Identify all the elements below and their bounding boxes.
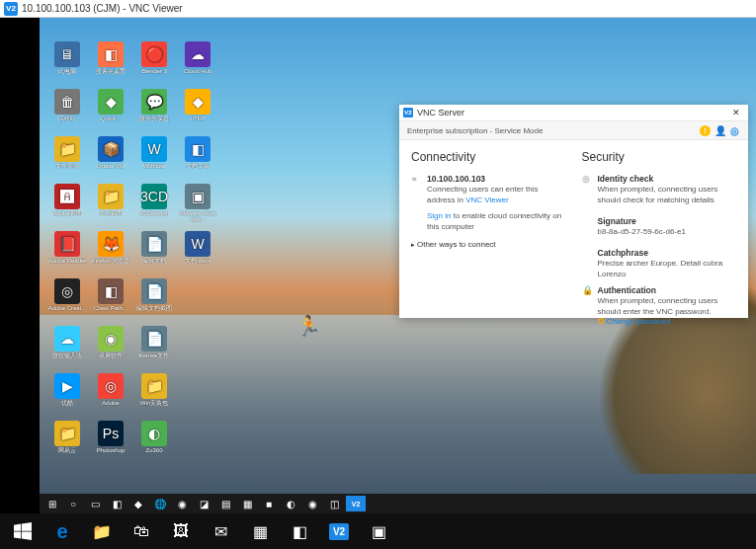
desktop-icon-image: ◧ xyxy=(185,136,210,162)
other-ways-expander[interactable]: Other ways to connect xyxy=(411,240,496,249)
host-taskbar-mail[interactable]: ✉ xyxy=(202,515,239,547)
desktop-icon-label: 搜索在桌面 xyxy=(96,68,126,74)
vnc-viewer-link[interactable]: VNC Viewer xyxy=(465,196,508,204)
desktop-icon[interactable]: 3CD3CDaemon xyxy=(134,184,174,227)
remote-taskbar-edge[interactable]: 🌐 xyxy=(150,496,170,511)
desktop-icon-label: 编辑文档截图 xyxy=(136,305,172,311)
desktop-icon[interactable]: ◆Quick... xyxy=(91,89,130,132)
warning-badge-icon[interactable]: ! xyxy=(700,125,711,136)
catchphrase-value: Precise archer Europe. Detail cobra Lore… xyxy=(598,259,723,277)
host-taskbar-photos[interactable]: 🖼 xyxy=(162,515,200,547)
connectivity-heading: Connectivity xyxy=(411,150,566,164)
desktop-icon[interactable]: ◧Class Path... xyxy=(91,278,130,322)
desktop-icons-grid: 🖥此电脑🗑回收站📁文件资源🅰Adobe截图📕Adobe Reader◎Adobe… xyxy=(47,41,215,506)
desktop-icon[interactable]: ◐Zo360 xyxy=(134,421,174,464)
remote-taskbar-app9[interactable]: ◫ xyxy=(324,496,344,511)
desktop-icon-label: 文档工具 xyxy=(186,163,210,169)
desktop-icon[interactable]: 📁文件截图 xyxy=(91,184,130,227)
desktop-icon[interactable]: 🦊Firefox 浏览器 xyxy=(91,231,130,274)
remote-taskbar-chrome[interactable]: ◉ xyxy=(172,496,192,511)
remote-taskbar-app8[interactable]: ◉ xyxy=(302,496,322,511)
vnc-viewer-title-text: 10.100.100.103 (CJM) - VNC Viewer xyxy=(22,3,183,14)
remote-taskbar-search[interactable]: ○ xyxy=(63,496,83,511)
network-badge-icon[interactable]: ◎ xyxy=(729,125,740,136)
desktop-icon[interactable]: 📕Adobe Reader xyxy=(47,231,87,274)
desktop-icon-image: 🅰 xyxy=(54,184,80,209)
desktop-icon[interactable]: ☁微软输入法 xyxy=(47,326,87,369)
desktop-icon[interactable]: 🔴Blender 3 xyxy=(134,41,174,85)
desktop-icon[interactable]: ▶优酷 xyxy=(47,373,87,417)
desktop-icon[interactable]: WWizNote xyxy=(134,136,174,180)
desktop-icon[interactable]: 📦Oracle VM xyxy=(91,136,130,180)
remote-taskbar-app6[interactable]: ■ xyxy=(259,496,279,511)
remote-taskbar-app4[interactable]: ▤ xyxy=(215,496,235,511)
catchphrase-label: Catchphrase xyxy=(598,248,649,258)
remote-taskbar-app5[interactable]: ▦ xyxy=(237,496,257,511)
desktop-icon[interactable]: 📁文件资源 xyxy=(47,136,87,180)
identity-hint: When prompted, connecting users should c… xyxy=(598,185,718,203)
remote-taskbar-app2[interactable]: ◆ xyxy=(128,496,148,511)
host-taskbar-vnc-viewer[interactable]: V2 xyxy=(320,515,358,547)
desktop-icon-image: 📁 xyxy=(54,136,80,162)
desktop-icon[interactable]: 📄license文件 xyxy=(134,326,174,369)
desktop-icon-label: Photoshop xyxy=(97,447,126,453)
desktop-icon-image: ◧ xyxy=(98,41,124,67)
remote-taskbar-task-view[interactable]: ▭ xyxy=(85,496,105,511)
remote-taskbar-app3[interactable]: ◪ xyxy=(194,496,213,511)
user-badge-icon[interactable]: 👤 xyxy=(714,125,725,136)
desktop-icon-image: Ps xyxy=(98,421,124,446)
vnc-server-title-text: VNC Server xyxy=(417,108,464,118)
desktop-icon[interactable]: W文档.docx xyxy=(178,231,217,274)
share-icon: ∝ xyxy=(411,174,421,205)
auth-label: Authentication xyxy=(598,285,657,295)
desktop-icon[interactable]: PsPhotoshop xyxy=(91,421,130,464)
desktop-icon[interactable]: ☁Cloud Hub xyxy=(178,41,217,85)
desktop-icon-image: ◐ xyxy=(141,421,167,446)
desktop-icon-image: ◎ xyxy=(54,278,80,304)
host-taskbar-app3[interactable]: ▣ xyxy=(360,515,397,547)
desktop-icon[interactable]: ▣VMware Workstat... xyxy=(178,184,217,227)
desktop-icon-image: ◆ xyxy=(185,89,210,115)
cloud-icon xyxy=(411,211,421,232)
desktop-icon[interactable]: ◧搜索在桌面 xyxy=(91,41,130,85)
desktop-icon[interactable]: ◎Adobe Creat... xyxy=(47,278,87,322)
vnc-server-titlebar[interactable]: V2 VNC Server ✕ xyxy=(399,105,748,120)
desktop-icon-label: Adobe Reader xyxy=(48,258,87,264)
close-icon[interactable]: ✕ xyxy=(728,108,744,118)
sign-in-link[interactable]: Sign in xyxy=(427,211,451,220)
desktop-icon[interactable]: 🅰Adobe截图 xyxy=(47,184,87,227)
security-column: Security ◎ Identity check When prompted,… xyxy=(582,150,737,333)
desktop-icon-label: Adobe xyxy=(102,400,119,406)
desktop-icon[interactable]: ◧文档工具 xyxy=(178,136,217,180)
remote-taskbar-start[interactable]: ⊞ xyxy=(43,496,61,511)
desktop-icon[interactable]: ◆uTFP xyxy=(178,89,217,132)
host-taskbar-start[interactable] xyxy=(4,515,42,547)
signature-label: Signature xyxy=(598,216,636,226)
desktop-icon-label: Quick... xyxy=(101,116,121,121)
host-taskbar-edge[interactable]: e xyxy=(43,515,81,547)
desktop-icon-image: 📁 xyxy=(54,421,80,446)
desktop-icon-image: ☁ xyxy=(54,326,80,352)
change-password-link[interactable]: Change password xyxy=(607,317,670,326)
desktop-icon-image: 📄 xyxy=(141,278,167,304)
lock-icon: 🔒 xyxy=(582,285,592,328)
desktop-icon[interactable]: ◎Adobe xyxy=(91,373,130,417)
host-taskbar-app[interactable]: ▦ xyxy=(241,515,279,547)
desktop-icon-label: Win安装包 xyxy=(140,400,168,406)
desktop-icon[interactable]: 💬微信分享器 xyxy=(134,89,174,132)
desktop-icon[interactable]: 🗑回收站 xyxy=(47,89,87,132)
desktop-icon-label: license文件 xyxy=(139,353,170,358)
desktop-icon[interactable]: 📄编辑文档截图 xyxy=(134,278,174,322)
host-taskbar-explorer[interactable]: 📁 xyxy=(83,515,121,547)
desktop-icon[interactable]: 🖥此电脑 xyxy=(47,41,87,85)
remote-taskbar-app7[interactable]: ◐ xyxy=(281,496,300,511)
remote-taskbar-app1[interactable]: ◧ xyxy=(107,496,126,511)
remote-taskbar-vnc[interactable]: V2 xyxy=(346,496,366,511)
desktop-icon[interactable]: 📄编辑文档 xyxy=(134,231,174,274)
desktop-icon[interactable]: 📁网易云 xyxy=(47,421,87,464)
host-taskbar-store[interactable]: 🛍 xyxy=(123,515,160,547)
host-taskbar-app2[interactable]: ◧ xyxy=(281,515,318,547)
desktop-icon[interactable]: ◉录屏软件 xyxy=(91,326,130,369)
desktop-icon-image: ◆ xyxy=(98,89,124,115)
desktop-icon[interactable]: 📁Win安装包 xyxy=(134,373,174,417)
